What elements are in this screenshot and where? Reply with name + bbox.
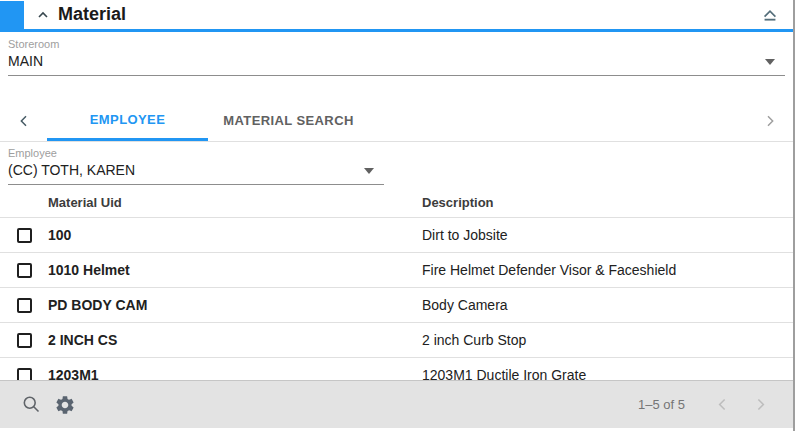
previous-page-button[interactable] bbox=[703, 388, 741, 422]
tab-bar: EMPLOYEE MATERIAL SEARCH bbox=[0, 100, 793, 142]
storeroom-field: Storeroom MAIN bbox=[0, 32, 793, 76]
bottom-toolbar: 1–5 of 5 bbox=[0, 380, 793, 428]
tab-spacer bbox=[369, 100, 746, 141]
employee-label: Employee bbox=[8, 147, 384, 160]
page-title: Material bbox=[58, 4, 126, 25]
accent-block bbox=[0, 1, 24, 29]
material-uid-cell: PD BODY CAM bbox=[48, 288, 422, 323]
table-header-row: Material Uid Description bbox=[0, 185, 793, 218]
panel-header: Material bbox=[0, 0, 793, 29]
row-checkbox[interactable] bbox=[17, 298, 32, 313]
collapse-panel-button[interactable] bbox=[757, 2, 783, 28]
storeroom-value: MAIN bbox=[8, 53, 43, 70]
column-header-description: Description bbox=[422, 185, 793, 218]
material-uid-cell: 2 INCH CS bbox=[48, 323, 422, 358]
chevron-left-icon bbox=[714, 396, 731, 413]
description-cell: Body Camera bbox=[422, 288, 793, 323]
material-table: Material Uid Description 100 Dirt to Job… bbox=[0, 185, 793, 393]
employee-value: (CC) TOTH, KAREN bbox=[8, 162, 135, 179]
storeroom-label: Storeroom bbox=[8, 38, 785, 51]
description-cell: 2 inch Curb Stop bbox=[422, 323, 793, 358]
material-uid-cell: 100 bbox=[48, 218, 422, 253]
eject-icon bbox=[760, 5, 780, 25]
tab-employee[interactable]: EMPLOYEE bbox=[47, 100, 208, 141]
row-checkbox[interactable] bbox=[17, 263, 32, 278]
column-header-material-uid: Material Uid bbox=[48, 185, 422, 218]
employee-select[interactable]: (CC) TOTH, KAREN bbox=[8, 160, 384, 185]
tabs-scroll-left-button[interactable] bbox=[0, 100, 47, 141]
material-panel: Material Storeroom MAIN EMPLOYEE bbox=[0, 0, 795, 431]
tab-material-search-label: MATERIAL SEARCH bbox=[223, 113, 353, 128]
row-checkbox[interactable] bbox=[17, 228, 32, 243]
row-checkbox[interactable] bbox=[17, 333, 32, 348]
storeroom-select[interactable]: MAIN bbox=[8, 51, 785, 76]
dropdown-arrow-icon bbox=[364, 168, 374, 174]
table-row[interactable]: PD BODY CAM Body Camera bbox=[0, 288, 793, 323]
tab-material-search[interactable]: MATERIAL SEARCH bbox=[208, 100, 369, 141]
search-icon bbox=[21, 394, 42, 415]
table-row[interactable]: 2 INCH CS 2 inch Curb Stop bbox=[0, 323, 793, 358]
tab-employee-label: EMPLOYEE bbox=[90, 112, 165, 127]
collapse-section-button[interactable] bbox=[30, 3, 56, 27]
description-cell: Fire Helmet Defender Visor & Faceshield bbox=[422, 253, 793, 288]
chevron-up-icon bbox=[35, 7, 51, 23]
settings-button[interactable] bbox=[48, 388, 82, 422]
table-row[interactable]: 100 Dirt to Jobsite bbox=[0, 218, 793, 253]
pagination-range: 1–5 of 5 bbox=[638, 397, 685, 412]
chevron-right-icon bbox=[752, 396, 769, 413]
material-uid-cell: 1010 Helmet bbox=[48, 253, 422, 288]
chevron-right-icon bbox=[762, 113, 778, 129]
table-row[interactable]: 1010 Helmet Fire Helmet Defender Visor &… bbox=[0, 253, 793, 288]
tabs-scroll-right-button[interactable] bbox=[746, 100, 793, 141]
next-page-button[interactable] bbox=[741, 388, 779, 422]
search-button[interactable] bbox=[14, 388, 48, 422]
checkbox-column-header bbox=[0, 185, 48, 218]
employee-field: Employee (CC) TOTH, KAREN bbox=[0, 142, 392, 185]
gear-icon bbox=[54, 394, 76, 416]
dropdown-arrow-icon bbox=[765, 59, 775, 65]
description-cell: Dirt to Jobsite bbox=[422, 218, 793, 253]
chevron-left-icon bbox=[16, 113, 32, 129]
